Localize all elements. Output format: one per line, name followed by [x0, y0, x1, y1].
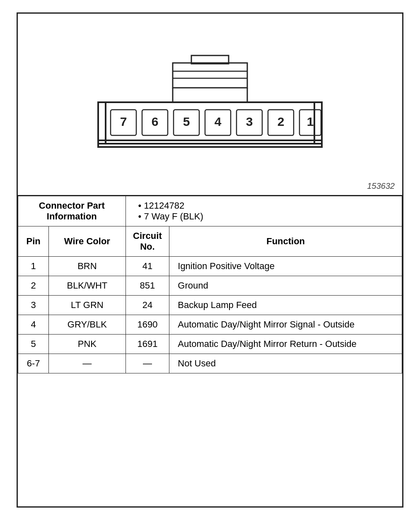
- wire-color-4: GRY/BLK: [49, 315, 126, 335]
- part-number: • 12124782: [138, 200, 398, 211]
- wire-color-3: LT GRN: [49, 296, 126, 315]
- function-2: Ground: [169, 276, 402, 296]
- wire-color-2: BLK/WHT: [49, 276, 126, 296]
- connector-info-row: Connector Part Information • 12124782 • …: [18, 196, 402, 226]
- circuit-no-2: 851: [126, 276, 169, 296]
- page: 7 6 5 4 3 2 1: [0, 0, 420, 520]
- table-row: 1 BRN 41 Ignition Positive Voltage: [18, 257, 402, 276]
- circuit-no-67: —: [126, 354, 169, 373]
- table-row: 4 GRY/BLK 1690 Automatic Day/Night Mirro…: [18, 315, 402, 335]
- pin-5: 5: [18, 335, 49, 354]
- pin-1: 1: [18, 257, 49, 276]
- svg-text:7: 7: [120, 115, 127, 128]
- circuit-no-5: 1691: [126, 335, 169, 354]
- table-row: 5 PNK 1691 Automatic Day/Night Mirror Re…: [18, 335, 402, 354]
- table-section: Connector Part Information • 12124782 • …: [18, 196, 402, 506]
- pin-3: 3: [18, 296, 49, 315]
- wire-color-67: —: [49, 354, 126, 373]
- diagram-id: 153632: [367, 181, 395, 191]
- diagram-area: 7 6 5 4 3 2 1: [18, 14, 402, 196]
- svg-text:1: 1: [307, 115, 314, 128]
- function-header: Function: [169, 226, 402, 257]
- connector-table: Connector Part Information • 12124782 • …: [18, 196, 402, 373]
- outer-border: 7 6 5 4 3 2 1: [17, 12, 403, 508]
- pin-2: 2: [18, 276, 49, 296]
- function-3: Backup Lamp Feed: [169, 296, 402, 315]
- table-header-row: Pin Wire Color CircuitNo. Function: [18, 226, 402, 257]
- circuit-no-1: 41: [126, 257, 169, 276]
- part-type: • 7 Way F (BLK): [138, 211, 398, 222]
- svg-rect-4: [173, 63, 247, 88]
- circuit-no-header: CircuitNo.: [126, 226, 169, 257]
- pin-67: 6-7: [18, 354, 49, 373]
- table-row: 6-7 — — Not Used: [18, 354, 402, 373]
- wire-color-5: PNK: [49, 335, 126, 354]
- svg-text:4: 4: [215, 115, 222, 128]
- function-67: Not Used: [169, 354, 402, 373]
- circuit-no-3: 24: [126, 296, 169, 315]
- wire-color-header: Wire Color: [49, 226, 126, 257]
- wire-color-1: BRN: [49, 257, 126, 276]
- svg-text:5: 5: [183, 115, 190, 128]
- connector-info-value: • 12124782 • 7 Way F (BLK): [126, 196, 402, 226]
- table-row: 2 BLK/WHT 851 Ground: [18, 276, 402, 296]
- function-1: Ignition Positive Voltage: [169, 257, 402, 276]
- svg-text:6: 6: [152, 115, 159, 128]
- function-4: Automatic Day/Night Mirror Signal - Outs…: [169, 315, 402, 335]
- svg-text:3: 3: [246, 115, 253, 128]
- function-5: Automatic Day/Night Mirror Return - Outs…: [169, 335, 402, 354]
- pin-header: Pin: [18, 226, 49, 257]
- circuit-no-4: 1690: [126, 315, 169, 335]
- svg-rect-0: [98, 102, 106, 144]
- svg-text:2: 2: [278, 115, 285, 128]
- pin-4: 4: [18, 315, 49, 335]
- connector-info-label: Connector Part Information: [18, 196, 126, 226]
- connector-diagram: 7 6 5 4 3 2 1: [86, 34, 334, 175]
- table-row: 3 LT GRN 24 Backup Lamp Feed: [18, 296, 402, 315]
